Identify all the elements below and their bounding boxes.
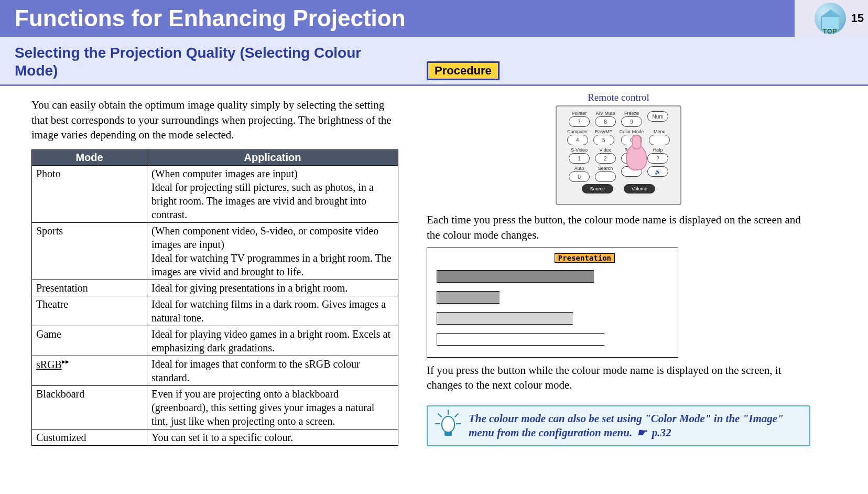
top-corner: TOP 15 xyxy=(795,0,868,37)
mode-name-cell: Game xyxy=(32,326,147,356)
remote-key-cell: S-Video1 xyxy=(569,147,590,164)
mode-name-badge: Presentation xyxy=(555,253,615,263)
mode-name-cell: Sports xyxy=(32,223,147,280)
procedure-paragraph-2: If you press the button while the colour… xyxy=(427,363,810,393)
mode-name-cell: Customized xyxy=(32,429,147,446)
procedure-heading: Procedure xyxy=(427,61,500,80)
remote-key-label: Menu xyxy=(654,129,666,134)
mode-change-diagram: Presentation xyxy=(427,248,678,358)
page-title: Functions for Enhancing Projection xyxy=(15,5,406,31)
mode-name-cell: Photo xyxy=(32,166,147,223)
tip-text-body: The colour mode can also be set using "C… xyxy=(469,412,784,439)
diagram-bar xyxy=(437,312,573,325)
remote-key-cell: Help? xyxy=(647,147,668,164)
table-row: PresentationIdeal for giving presentatio… xyxy=(32,280,398,296)
section-heading: Selecting the Projection Quality (Select… xyxy=(15,44,371,79)
remote-key-button xyxy=(649,135,670,145)
remote-key-label: A/V Mute xyxy=(595,111,615,116)
page-reference-link[interactable]: p.32 xyxy=(652,426,671,439)
table-row: GameIdeal for playing video games in a b… xyxy=(32,326,398,356)
remote-key-button: 8 xyxy=(595,116,616,127)
remote-key-label: Color Mode xyxy=(620,129,644,134)
remote-key-button: 4 xyxy=(567,135,588,145)
application-cell: Ideal for images that conform to the sRG… xyxy=(147,356,398,386)
procedure-paragraph-1: Each time you press the button, the colo… xyxy=(427,212,810,242)
remote-key-cell: Computer4 xyxy=(567,129,588,145)
diagram-bar xyxy=(437,291,500,304)
remote-key-label: Help xyxy=(653,147,663,153)
mode-name-cell: Presentation xyxy=(32,280,147,296)
table-row: Photo(When computer images are input)Ide… xyxy=(32,166,398,223)
remote-key-label: Computer xyxy=(567,129,588,134)
remote-key-label: Freeze xyxy=(624,111,639,116)
remote-key-cell: Num xyxy=(647,111,668,127)
remote-key-button: 9 xyxy=(621,116,642,127)
remote-key-cell: Menu xyxy=(649,129,670,145)
remote-key-button xyxy=(595,171,616,182)
remote-key-label: Search xyxy=(598,166,613,171)
remote-key-button: 5 xyxy=(593,135,614,145)
remote-key-label: Pointer xyxy=(572,111,587,116)
top-icon-label: TOP xyxy=(815,28,846,35)
remote-key-button: 2 xyxy=(595,153,616,164)
remote-key-cell: Freeze9 xyxy=(621,111,642,127)
remote-key-button: 🔊 xyxy=(647,166,668,177)
application-cell: Ideal for watching films in a dark room.… xyxy=(147,296,398,326)
mode-name-cell: Blackboard xyxy=(32,386,147,429)
remote-key-cell: EasyMP5 xyxy=(593,129,614,145)
remote-key-cell: A/V Mute8 xyxy=(595,111,616,127)
application-cell: Ideal for giving presentations in a brig… xyxy=(147,280,398,296)
tip-text: The colour mode can also be set using "C… xyxy=(469,412,802,441)
remote-key-label: Video xyxy=(600,147,612,153)
volume-button: Volume xyxy=(624,184,655,194)
remote-key-label: S-Video xyxy=(571,147,588,153)
remote-control-label: Remote control xyxy=(419,92,818,103)
remote-key-button: ? xyxy=(647,153,668,164)
page-number: 15 xyxy=(851,12,864,25)
remote-key-label: Auto xyxy=(574,166,584,171)
source-button: Source xyxy=(582,184,613,194)
col-header-mode: Mode xyxy=(32,150,147,166)
remote-key-cell: Auto0 xyxy=(569,166,590,182)
remote-key-button: 7 xyxy=(569,116,590,127)
application-cell: (When component video, S-video, or compo… xyxy=(147,223,398,280)
intro-paragraph: You can easily obtain the optimum image … xyxy=(31,98,398,142)
remote-key-cell: Pointer7 xyxy=(569,111,590,127)
application-cell: Ideal for playing video games in a brigh… xyxy=(147,326,398,356)
col-header-application: Application xyxy=(147,150,398,166)
application-cell: You can set it to a specific colour. xyxy=(147,429,398,446)
mode-name-cell: Theatre xyxy=(32,296,147,326)
table-row: CustomizedYou can set it to a specific c… xyxy=(32,429,398,446)
remote-key-button: 1 xyxy=(569,153,590,164)
remote-key-button: 0 xyxy=(569,171,590,182)
remote-key-cell: Video2 xyxy=(595,147,616,164)
diagram-bar xyxy=(437,333,604,346)
remote-key-label: EasyMP xyxy=(595,129,613,134)
application-cell: (When computer images are input)Ideal fo… xyxy=(147,166,398,223)
right-column: Procedure Remote control Pointer7A/V Mut… xyxy=(419,86,818,446)
left-column: You can easily obtain the optimum image … xyxy=(10,86,398,446)
diagram-bar xyxy=(437,270,594,283)
table-row: BlackboardEven if you are projecting ont… xyxy=(32,386,398,429)
home-top-icon[interactable]: TOP xyxy=(815,3,846,34)
tip-note: The colour mode can also be set using "C… xyxy=(427,405,810,447)
glossary-icon[interactable]: ▸▸ xyxy=(62,357,69,367)
remote-key-cell: 🔊 xyxy=(647,166,668,182)
header-bar: Functions for Enhancing Projection TOP 1… xyxy=(0,0,868,37)
remote-control-figure: Pointer7A/V Mute8Freeze9Num Computer4Eas… xyxy=(556,105,681,205)
table-row: sRGB▸▸Ideal for images that conform to t… xyxy=(32,356,398,386)
mode-name-cell: sRGB▸▸ xyxy=(32,356,147,386)
table-row: TheatreIdeal for watching films in a dar… xyxy=(32,296,398,326)
remote-key-button: Num xyxy=(647,111,668,122)
pointing-hand-icon: ☛ xyxy=(637,426,647,440)
application-cell: Even if you are projecting onto a blackb… xyxy=(147,386,398,429)
remote-key-cell: Search xyxy=(595,166,616,182)
lightbulb-icon xyxy=(435,412,461,438)
modes-table: Mode Application Photo(When computer ima… xyxy=(31,149,398,446)
table-row: Sports(When component video, S-video, or… xyxy=(32,223,398,280)
